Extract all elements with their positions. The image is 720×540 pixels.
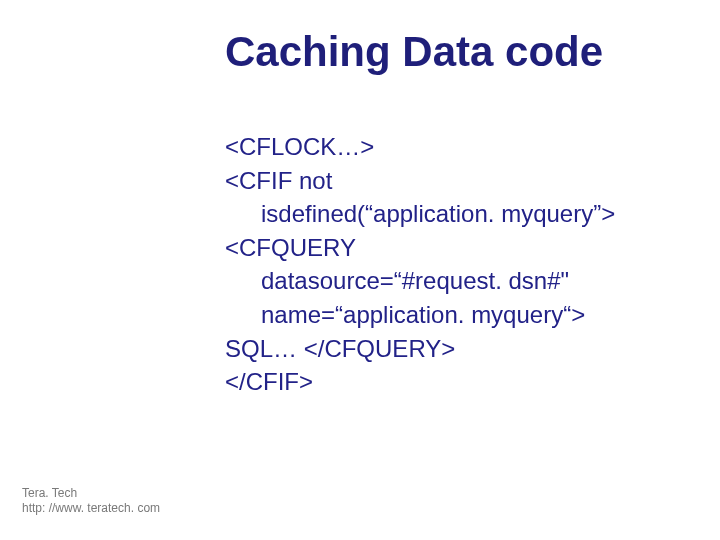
- code-line: </CFIF>: [225, 365, 690, 399]
- code-line: datasource=“#request. dsn#": [225, 264, 690, 298]
- page-title: Caching Data code: [225, 28, 603, 76]
- footer-url: http: //www. teratech. com: [22, 501, 160, 516]
- code-line: SQL… </CFQUERY>: [225, 332, 690, 366]
- code-block: <CFLOCK…> <CFIF not isdefined(“applicati…: [225, 130, 690, 399]
- code-line: isdefined(“application. myquery”>: [225, 197, 690, 231]
- code-line: <CFQUERY: [225, 231, 690, 265]
- slide: Caching Data code <CFLOCK…> <CFIF not is…: [0, 0, 720, 540]
- footer: Tera. Tech http: //www. teratech. com: [22, 486, 160, 516]
- code-line: name=“application. myquery“>: [225, 298, 690, 332]
- code-line: <CFIF not: [225, 164, 690, 198]
- code-line: <CFLOCK…>: [225, 130, 690, 164]
- footer-name: Tera. Tech: [22, 486, 160, 501]
